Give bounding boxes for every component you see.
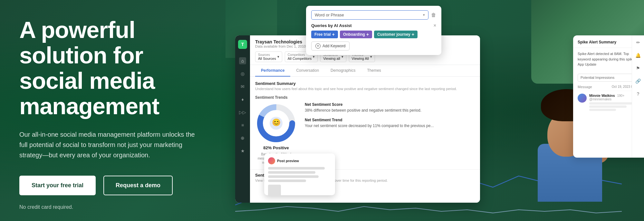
follower-count: 190+ <box>617 94 625 97</box>
ai-assist-card: Word or Phrase ▾ 🗑 Queries by AI Assist … <box>306 6 441 55</box>
donut-chart: 😊 <box>255 102 297 144</box>
social-thumbnail <box>268 185 281 196</box>
donut-svg: 😊 <box>255 102 297 144</box>
sidebar-icon-chart[interactable]: ◎ <box>239 70 246 77</box>
sentiment-trends-subtitle: Sentiment Trends <box>255 95 475 100</box>
close-icon[interactable]: × <box>434 23 436 28</box>
sidebar-icon-nav8[interactable]: ★ <box>239 147 246 154</box>
queries-by-ai-label: Queries by AI Assist <box>311 23 351 28</box>
spike-alert-title: Spike Alert Summary <box>578 40 616 44</box>
tab-demographics[interactable]: Demographics <box>325 65 361 77</box>
hero-headline: A powerful solution for social media man… <box>19 17 206 119</box>
sidebar-icon-mail[interactable]: ✉ <box>239 83 246 90</box>
sources-value: All Sources <box>258 57 276 60</box>
social-avatar <box>268 157 275 164</box>
svg-text:😊: 😊 <box>272 118 281 127</box>
left-content: A powerful solution for social media man… <box>0 0 226 221</box>
social-bar-4 <box>268 180 306 182</box>
tag-onboarding-plus: + <box>366 32 369 37</box>
question-icon[interactable]: ? <box>634 90 642 98</box>
msg-bar-3 <box>589 109 616 111</box>
start-trial-button[interactable]: Start your free trial <box>19 176 96 195</box>
hero-description: Our all-in-one social media management p… <box>19 129 200 160</box>
msg-bar-1 <box>589 102 635 105</box>
edit-icon[interactable]: ✏ <box>634 39 642 46</box>
no-credit-card-text: No credit card required. <box>19 204 206 210</box>
sources-chevron: ▾ <box>277 55 279 59</box>
tag-onboarding-label: Onboarding <box>343 32 365 37</box>
avatar <box>578 94 587 103</box>
link-icon[interactable]: 🔗 <box>634 77 642 85</box>
tag-onboarding[interactable]: Onboarding + <box>340 31 372 38</box>
sidebar-icon-nav5[interactable]: ▷▷ <box>239 109 246 116</box>
social-bar-1 <box>268 167 325 170</box>
request-demo-button[interactable]: Request a demo <box>103 176 173 195</box>
sentiment-desc: Understand how users feel about this top… <box>255 87 475 91</box>
competitors-chevron: ▾ <box>313 55 315 59</box>
sidebar-icon-home[interactable]: ⌂ <box>239 57 246 64</box>
tag-customer-journey[interactable]: Customer journey + <box>374 31 418 38</box>
sentiment-title: Sentiment Summary <box>255 81 475 86</box>
hero-section: A powerful solution for social media man… <box>0 0 644 221</box>
tab-themes[interactable]: Themes <box>361 65 387 77</box>
sentiment-chevron: ▾ <box>341 55 343 59</box>
sidebar-icon-nav4[interactable]: ♦ <box>239 96 246 103</box>
tag-free-trial-plus: + <box>332 32 335 37</box>
sentiment-stats: Net Sentiment Score 38% difference betwe… <box>305 102 475 133</box>
tag-free-trial-label: Free trial <box>314 32 331 37</box>
net-score-value: 38% difference between positive and nega… <box>305 108 475 113</box>
tab-conversation[interactable]: Conversation <box>290 65 325 77</box>
net-trend-value: Your net sentiment score decreased by 11… <box>305 123 475 129</box>
donut-percentage: 82% Positive <box>263 145 289 150</box>
add-keyword-label: Add Keyword <box>322 44 345 48</box>
themes-chevron: ▾ <box>370 55 372 59</box>
social-post-card: Post preview <box>264 153 335 195</box>
tag-customer-journey-plus: + <box>412 32 414 37</box>
search-input-text: Word or Phrase <box>315 13 344 17</box>
chevron-down-icon: ▾ <box>423 13 425 17</box>
dashboard-sidebar: T ⌂ ◎ ✉ ♦ ▷▷ ≡ ⊕ ★ <box>235 35 250 203</box>
social-card-header: Post preview <box>268 157 331 164</box>
tag-free-trial[interactable]: Free trial + <box>311 31 338 38</box>
net-score-block: Net Sentiment Score 38% difference betwe… <box>305 102 475 113</box>
tab-performance[interactable]: Performance <box>255 65 290 77</box>
right-icon-bar: ✏ 🔔 ⚑ 🔗 ? <box>632 35 644 158</box>
competitors-value: All Competitors <box>288 57 312 60</box>
sources-label: Sources <box>258 53 276 57</box>
social-card-name: Post preview <box>277 159 299 163</box>
net-score-label: Net Sentiment Score <box>305 102 475 107</box>
message-label-text: Message <box>578 85 592 89</box>
flag-icon[interactable]: ⚑ <box>634 64 642 72</box>
tag-customer-journey-label: Customer journey <box>377 32 410 37</box>
sidebar-icon-nav6[interactable]: ≡ <box>239 122 246 129</box>
right-visuals: Word or Phrase ▾ 🗑 Queries by AI Assist … <box>226 0 644 221</box>
sentiment-filter-value: Viewing all <box>323 57 340 60</box>
dashboard-tabs: Performance Conversation Demographics Th… <box>250 65 480 77</box>
social-bars <box>268 167 331 182</box>
add-keyword-button[interactable]: + Add Keyword <box>311 41 350 51</box>
cta-buttons: Start your free trial Request a demo <box>19 176 206 195</box>
queries-label-row: Queries by AI Assist × <box>311 23 436 28</box>
bell-icon[interactable]: 🔔 <box>634 51 642 59</box>
search-bar-row: Word or Phrase ▾ 🗑 <box>311 10 436 20</box>
keyword-tags: Free trial + Onboarding + Customer journ… <box>311 31 436 38</box>
msg-bar-2 <box>589 106 627 108</box>
search-input-box[interactable]: Word or Phrase ▾ <box>311 10 428 20</box>
net-trend-block: Net Sentiment Trend Your net sentiment s… <box>305 118 475 129</box>
plus-circle-icon: + <box>315 43 321 49</box>
sidebar-logo: T <box>238 40 247 49</box>
social-bar-3 <box>268 175 319 178</box>
filter-sources[interactable]: Sources All Sources ▾ <box>255 51 282 62</box>
net-trend-label: Net Sentiment Trend <box>305 118 475 122</box>
sidebar-icon-nav7[interactable]: ⊕ <box>239 134 246 142</box>
spike-dropdown-label: Potential Impressions <box>581 76 614 80</box>
social-bar-2 <box>268 171 315 174</box>
trash-icon[interactable]: 🗑 <box>431 12 436 18</box>
themes-filter-value: Viewing All <box>352 57 369 60</box>
